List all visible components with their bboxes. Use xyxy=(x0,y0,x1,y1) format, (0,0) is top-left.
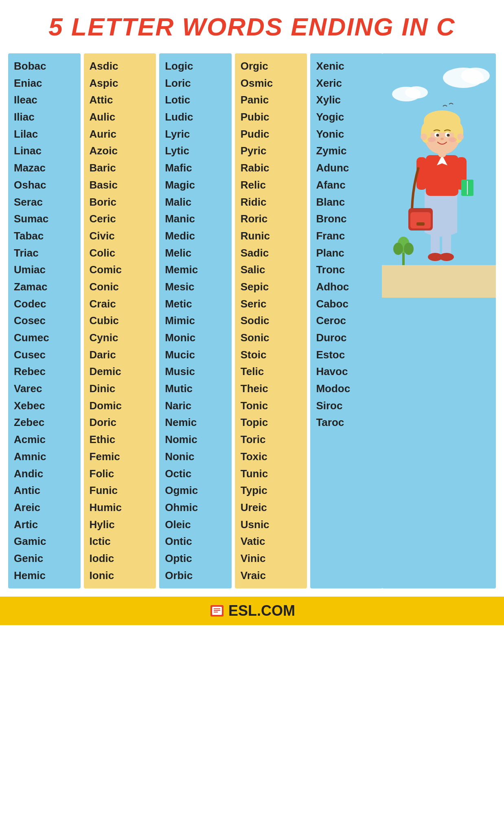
word-item: Zymic xyxy=(314,143,379,159)
word-item: Mazac xyxy=(12,160,77,176)
word-item: Mimic xyxy=(163,313,228,329)
word-item: Acmic xyxy=(12,432,77,448)
word-item: Runic xyxy=(239,228,303,244)
girl-illustration xyxy=(382,53,496,298)
word-item: Ohmic xyxy=(163,500,228,516)
page-header: 5 LETTER WORDS ENDING IN C xyxy=(0,0,504,49)
word-item: Xylic xyxy=(314,92,379,108)
svg-point-7 xyxy=(393,243,403,255)
word-item: Codec xyxy=(12,296,77,312)
word-item: Umiac xyxy=(12,262,77,278)
word-item: Andic xyxy=(12,466,77,482)
word-item: Demic xyxy=(88,364,152,380)
page-footer: ESL.COM xyxy=(0,597,504,625)
word-item: Nonic xyxy=(163,449,228,465)
word-item: Octic xyxy=(163,466,228,482)
word-item: Adunc xyxy=(314,160,379,176)
word-item: Boric xyxy=(88,194,152,211)
word-item: Baric xyxy=(88,160,152,176)
word-item: Nemic xyxy=(163,415,228,431)
word-item: Gamic xyxy=(12,533,77,550)
word-item: Tabac xyxy=(12,228,77,244)
word-item: Daric xyxy=(88,347,152,363)
word-item: Ridic xyxy=(239,194,303,211)
svg-point-29 xyxy=(436,134,439,137)
word-item: Blanc xyxy=(314,194,379,211)
word-item: Xeric xyxy=(314,75,379,92)
svg-point-1 xyxy=(461,68,490,84)
word-item: Lyric xyxy=(163,126,228,143)
svg-rect-19 xyxy=(410,212,431,228)
svg-point-30 xyxy=(447,134,449,137)
word-item: Xebec xyxy=(12,398,77,414)
word-item: Franc xyxy=(314,228,379,244)
word-item: Sonic xyxy=(239,330,303,346)
word-item: Monic xyxy=(163,330,228,346)
word-item: Panic xyxy=(239,92,303,108)
footer-label: ESL.COM xyxy=(228,602,295,619)
word-item: Caboc xyxy=(314,296,379,312)
word-item: Bobac xyxy=(12,58,77,75)
word-item: Domic xyxy=(88,398,152,414)
word-item: Manic xyxy=(163,211,228,227)
word-column-1: BobacEniacIleacIliacLilacLinacMazacOshac… xyxy=(8,53,81,588)
word-item: Vatic xyxy=(239,533,303,550)
svg-point-31 xyxy=(427,137,436,142)
word-item: Cosec xyxy=(12,313,77,329)
word-item: Vraic xyxy=(239,568,303,584)
word-item: Mafic xyxy=(163,160,228,176)
word-item: Logic xyxy=(163,58,228,75)
word-item: Craic xyxy=(88,296,152,312)
word-item: Ogmic xyxy=(163,483,228,499)
word-item: Femic xyxy=(88,449,152,465)
word-item: Xenic xyxy=(314,58,379,75)
word-item: Memic xyxy=(163,262,228,278)
word-item: Ethic xyxy=(88,432,152,448)
word-item: Lilac xyxy=(12,126,77,143)
word-item: Auric xyxy=(88,126,152,143)
footer-logo: ESL.COM xyxy=(209,602,295,619)
word-item: Zebec xyxy=(12,415,77,431)
word-item: Typic xyxy=(239,483,303,499)
word-item: Orbic xyxy=(163,568,228,584)
word-item: Toxic xyxy=(239,449,303,465)
word-item: Mutic xyxy=(163,381,228,397)
svg-point-12 xyxy=(439,253,454,261)
word-item: Pubic xyxy=(239,109,303,125)
word-item: Lotic xyxy=(163,92,228,108)
word-item: Roric xyxy=(239,211,303,227)
svg-point-34 xyxy=(421,134,427,140)
word-item: Yogic xyxy=(314,109,379,125)
word-item: Aulic xyxy=(88,109,152,125)
word-item: Cumec xyxy=(12,330,77,346)
svg-point-3 xyxy=(405,86,428,99)
word-item: Comic xyxy=(88,262,152,278)
word-item: Duroc xyxy=(314,330,379,346)
word-item: Pyric xyxy=(239,143,303,159)
word-item: Bronc xyxy=(314,211,379,227)
word-item: Vinic xyxy=(239,551,303,567)
word-item: Eniac xyxy=(12,75,77,92)
word-item: Attic xyxy=(88,92,152,108)
word-item: Colic xyxy=(88,245,152,261)
columns-container: BobacEniacIleacIliacLilacLinacMazacOshac… xyxy=(0,49,504,593)
word-item: Antic xyxy=(12,483,77,499)
svg-rect-20 xyxy=(416,222,425,226)
page-wrapper: 5 LETTER WORDS ENDING IN C BobacEniacIle… xyxy=(0,0,504,625)
word-item: Oshac xyxy=(12,177,77,193)
word-item: Artic xyxy=(12,517,77,533)
word-item: Taroc xyxy=(314,415,379,431)
svg-rect-4 xyxy=(382,265,496,298)
word-item: Zamac xyxy=(12,279,77,295)
illustration-panel xyxy=(382,53,496,588)
word-item: Ictic xyxy=(88,533,152,550)
word-column-4: OrgicOsmicPanicPubicPudicPyricRabicRelic… xyxy=(235,53,307,588)
word-item: Tonic xyxy=(239,398,303,414)
word-item: Naric xyxy=(163,398,228,414)
word-item: Ceric xyxy=(88,211,152,227)
svg-point-8 xyxy=(404,243,414,255)
word-item: Doric xyxy=(88,415,152,431)
word-item: Osmic xyxy=(239,75,303,92)
word-item: Sadic xyxy=(239,245,303,261)
svg-rect-39 xyxy=(214,610,220,611)
